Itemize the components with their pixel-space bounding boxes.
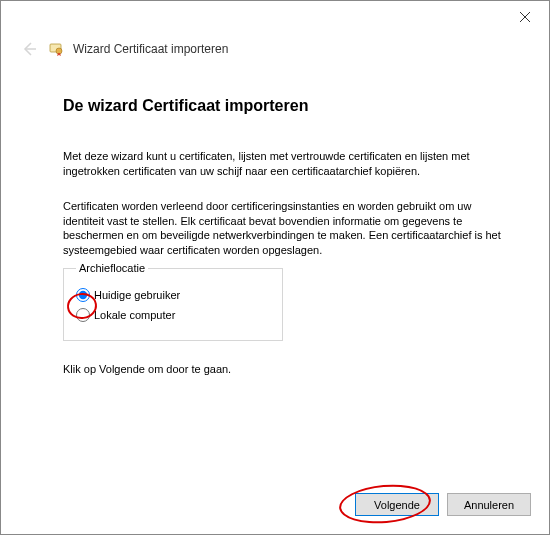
radio-row-local-computer[interactable]: Lokale computer bbox=[76, 308, 270, 322]
button-bar: Volgende Annuleren bbox=[355, 493, 531, 516]
radio-local-computer-label: Lokale computer bbox=[94, 309, 175, 321]
close-button[interactable] bbox=[505, 3, 545, 31]
titlebar bbox=[1, 1, 549, 33]
page-heading: De wizard Certificaat importeren bbox=[63, 97, 501, 115]
continue-hint: Klik op Volgende om door te gaan. bbox=[63, 363, 501, 375]
wizard-content: De wizard Certificaat importeren Met dez… bbox=[1, 69, 549, 375]
back-button bbox=[17, 37, 41, 61]
radio-current-user[interactable] bbox=[76, 288, 90, 302]
cancel-button[interactable]: Annuleren bbox=[447, 493, 531, 516]
wizard-title: Wizard Certificaat importeren bbox=[73, 42, 228, 56]
certificate-icon bbox=[49, 41, 65, 57]
next-button[interactable]: Volgende bbox=[355, 493, 439, 516]
radio-current-user-label: Huidige gebruiker bbox=[94, 289, 180, 301]
wizard-description: Met deze wizard kunt u certificaten, lij… bbox=[63, 149, 501, 179]
wizard-header: Wizard Certificaat importeren bbox=[1, 33, 549, 69]
store-location-fieldset: Archieflocatie Huidige gebruiker Lokale … bbox=[63, 262, 283, 341]
radio-local-computer[interactable] bbox=[76, 308, 90, 322]
wizard-info: Certificaten worden verleend door certif… bbox=[63, 199, 501, 258]
close-icon bbox=[519, 11, 531, 23]
back-arrow-icon bbox=[20, 40, 38, 58]
wizard-window: Wizard Certificaat importeren De wizard … bbox=[0, 0, 550, 535]
radio-row-current-user[interactable]: Huidige gebruiker bbox=[76, 288, 270, 302]
fieldset-legend: Archieflocatie bbox=[76, 262, 148, 274]
